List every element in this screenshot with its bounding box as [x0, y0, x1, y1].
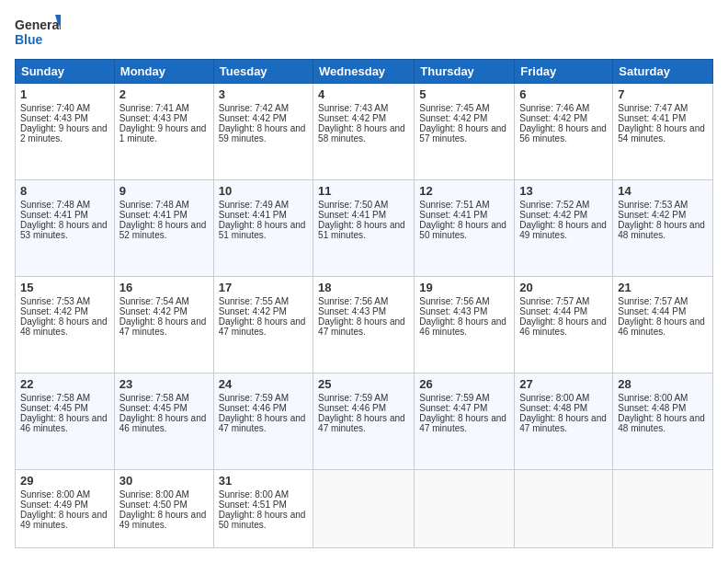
sunset-label: Sunset: 4:41 PM: [119, 210, 188, 220]
column-header-thursday: Thursday: [415, 60, 515, 84]
daylight-label: Daylight: 8 hours and 52 minutes.: [119, 220, 207, 240]
calendar-cell: 25 Sunrise: 7:59 AM Sunset: 4:46 PM Dayl…: [313, 373, 415, 469]
daylight-label: Daylight: 8 hours and 47 minutes.: [519, 413, 607, 433]
daylight-label: Daylight: 8 hours and 47 minutes.: [119, 316, 207, 337]
sunset-label: Sunset: 4:42 PM: [20, 306, 88, 316]
calendar-cell: 15 Sunrise: 7:53 AM Sunset: 4:42 PM Dayl…: [16, 276, 115, 373]
column-header-friday: Friday: [515, 60, 613, 84]
sunset-label: Sunset: 4:48 PM: [618, 403, 686, 413]
daylight-label: Daylight: 8 hours and 47 minutes.: [318, 413, 405, 433]
sunset-label: Sunset: 4:42 PM: [219, 306, 287, 316]
day-number: 9: [119, 184, 209, 198]
svg-text:Blue: Blue: [15, 32, 43, 47]
daylight-label: Daylight: 8 hours and 47 minutes.: [219, 316, 306, 337]
calendar-cell: 30 Sunrise: 8:00 AM Sunset: 4:50 PM Dayl…: [114, 469, 213, 547]
sunrise-label: Sunrise: 8:00 AM: [119, 489, 189, 500]
calendar-cell: [313, 469, 415, 547]
sunset-label: Sunset: 4:42 PM: [119, 306, 188, 316]
daylight-label: Daylight: 8 hours and 49 minutes.: [20, 510, 108, 530]
daylight-label: Daylight: 8 hours and 47 minutes.: [219, 413, 306, 433]
week-row-4: 22 Sunrise: 7:58 AM Sunset: 4:45 PM Dayl…: [16, 373, 713, 469]
daylight-label: Daylight: 8 hours and 57 minutes.: [419, 123, 506, 144]
day-number: 2: [119, 87, 209, 101]
day-number: 29: [20, 474, 109, 488]
day-number: 4: [318, 87, 409, 101]
calendar-cell: 31 Sunrise: 8:00 AM Sunset: 4:51 PM Dayl…: [213, 469, 313, 547]
sunset-label: Sunset: 4:42 PM: [419, 113, 487, 123]
sunset-label: Sunset: 4:42 PM: [318, 113, 386, 123]
day-number: 19: [419, 281, 509, 294]
day-number: 24: [219, 377, 308, 391]
sunrise-label: Sunrise: 7:54 AM: [119, 296, 189, 306]
sunrise-label: Sunrise: 7:50 AM: [318, 200, 388, 210]
day-number: 14: [618, 184, 708, 198]
daylight-label: Daylight: 8 hours and 50 minutes.: [419, 220, 506, 240]
day-number: 12: [419, 184, 509, 198]
calendar-cell: 2 Sunrise: 7:41 AM Sunset: 4:43 PM Dayli…: [114, 84, 213, 180]
sunrise-label: Sunrise: 7:57 AM: [519, 296, 589, 306]
day-number: 25: [318, 377, 409, 391]
week-row-5: 29 Sunrise: 8:00 AM Sunset: 4:49 PM Dayl…: [16, 469, 713, 547]
daylight-label: Daylight: 8 hours and 53 minutes.: [20, 220, 108, 240]
sunset-label: Sunset: 4:41 PM: [219, 210, 287, 220]
daylight-label: Daylight: 8 hours and 46 minutes.: [519, 316, 607, 337]
calendar-cell: 3 Sunrise: 7:42 AM Sunset: 4:42 PM Dayli…: [213, 84, 313, 180]
page: General Blue SundayMondayTuesdayWednesda…: [0, 0, 728, 563]
sunset-label: Sunset: 4:44 PM: [519, 306, 587, 316]
sunset-label: Sunset: 4:42 PM: [618, 210, 686, 220]
header-row: SundayMondayTuesdayWednesdayThursdayFrid…: [16, 60, 713, 84]
day-number: 28: [618, 377, 708, 391]
sunset-label: Sunset: 4:49 PM: [20, 500, 88, 510]
day-number: 7: [618, 87, 708, 101]
daylight-label: Daylight: 8 hours and 48 minutes.: [618, 413, 705, 433]
week-row-1: 1 Sunrise: 7:40 AM Sunset: 4:43 PM Dayli…: [16, 84, 713, 180]
daylight-label: Daylight: 8 hours and 48 minutes.: [20, 316, 108, 337]
sunrise-label: Sunrise: 8:00 AM: [219, 489, 289, 500]
sunrise-label: Sunrise: 7:59 AM: [318, 393, 388, 403]
calendar-cell: 1 Sunrise: 7:40 AM Sunset: 4:43 PM Dayli…: [16, 84, 115, 180]
calendar-cell: 10 Sunrise: 7:49 AM Sunset: 4:41 PM Dayl…: [213, 179, 313, 276]
calendar-cell: 18 Sunrise: 7:56 AM Sunset: 4:43 PM Dayl…: [313, 276, 415, 373]
daylight-label: Daylight: 8 hours and 59 minutes.: [219, 123, 306, 144]
week-row-2: 8 Sunrise: 7:48 AM Sunset: 4:41 PM Dayli…: [16, 179, 713, 276]
column-header-monday: Monday: [114, 60, 213, 84]
sunset-label: Sunset: 4:41 PM: [318, 210, 386, 220]
sunset-label: Sunset: 4:46 PM: [318, 403, 386, 413]
day-number: 11: [318, 184, 409, 198]
calendar-cell: 9 Sunrise: 7:48 AM Sunset: 4:41 PM Dayli…: [114, 179, 213, 276]
sunset-label: Sunset: 4:47 PM: [419, 403, 487, 413]
sunset-label: Sunset: 4:50 PM: [119, 500, 188, 510]
daylight-label: Daylight: 8 hours and 49 minutes.: [119, 510, 207, 530]
day-number: 5: [419, 87, 509, 101]
sunrise-label: Sunrise: 7:56 AM: [318, 296, 388, 306]
calendar-cell: 27 Sunrise: 8:00 AM Sunset: 4:48 PM Dayl…: [515, 373, 613, 469]
day-number: 1: [20, 87, 109, 101]
sunrise-label: Sunrise: 7:45 AM: [419, 103, 489, 113]
sunrise-label: Sunrise: 7:52 AM: [519, 200, 589, 210]
day-number: 17: [219, 281, 308, 294]
calendar-cell: 23 Sunrise: 7:58 AM Sunset: 4:45 PM Dayl…: [114, 373, 213, 469]
daylight-label: Daylight: 8 hours and 51 minutes.: [318, 220, 405, 240]
header: General Blue: [15, 15, 713, 50]
day-number: 23: [119, 377, 209, 391]
sunset-label: Sunset: 4:44 PM: [618, 306, 686, 316]
sunrise-label: Sunrise: 7:49 AM: [219, 200, 289, 210]
sunrise-label: Sunrise: 7:53 AM: [618, 200, 688, 210]
calendar-cell: 14 Sunrise: 7:53 AM Sunset: 4:42 PM Dayl…: [613, 179, 713, 276]
calendar-cell: [613, 469, 713, 547]
daylight-label: Daylight: 8 hours and 54 minutes.: [618, 123, 705, 144]
daylight-label: Daylight: 8 hours and 48 minutes.: [618, 220, 705, 240]
day-number: 13: [519, 184, 608, 198]
calendar-cell: 5 Sunrise: 7:45 AM Sunset: 4:42 PM Dayli…: [415, 84, 515, 180]
sunrise-label: Sunrise: 7:55 AM: [219, 296, 289, 306]
daylight-label: Daylight: 8 hours and 46 minutes.: [419, 316, 506, 337]
day-number: 8: [20, 184, 109, 198]
day-number: 6: [519, 87, 608, 101]
sunset-label: Sunset: 4:45 PM: [20, 403, 88, 413]
calendar-cell: 11 Sunrise: 7:50 AM Sunset: 4:41 PM Dayl…: [313, 179, 415, 276]
sunset-label: Sunset: 4:41 PM: [419, 210, 487, 220]
daylight-label: Daylight: 9 hours and 1 minute.: [119, 123, 207, 144]
sunrise-label: Sunrise: 7:43 AM: [318, 103, 388, 113]
daylight-label: Daylight: 8 hours and 46 minutes.: [20, 413, 108, 433]
sunrise-label: Sunrise: 7:46 AM: [519, 103, 589, 113]
